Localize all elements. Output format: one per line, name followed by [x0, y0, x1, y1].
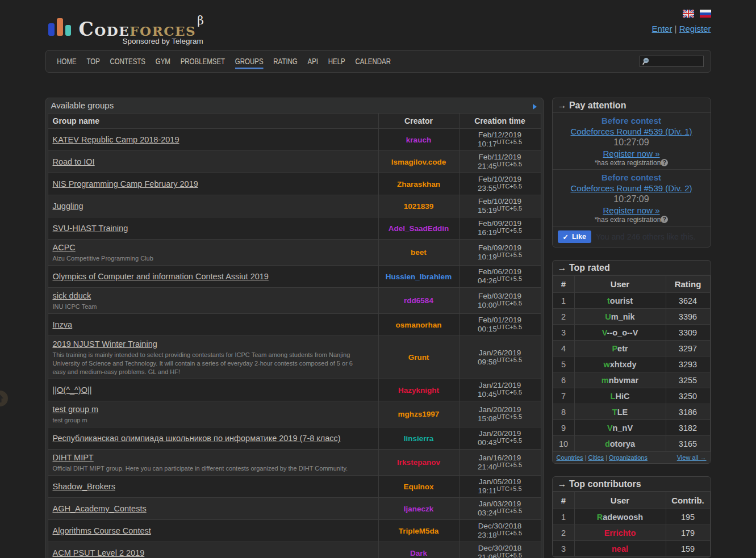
group-link[interactable]: SVU-HIAST Training — [53, 224, 128, 233]
question-badge-icon[interactable]: ? — [661, 216, 668, 223]
user-handle[interactable]: rdd6584 — [404, 296, 433, 305]
column-header-group-name: Group name — [48, 114, 378, 129]
top-contributors-title: → Top contributors — [553, 477, 711, 492]
user-handle[interactable]: Equinox — [403, 483, 433, 491]
group-link[interactable]: ACM PSUT Level 2 2019 — [53, 548, 145, 557]
group-link[interactable]: Algorithms Course Contest — [53, 526, 151, 535]
footer-link-countries[interactable]: Countries — [557, 454, 583, 461]
user-handle[interactable]: Radewoosh — [597, 513, 643, 522]
value-cell: 3165 — [666, 436, 710, 452]
caption-arrow-icon[interactable] — [533, 104, 537, 110]
like-check-icon: ✓ — [563, 233, 569, 241]
menu-item-top[interactable]: TOP — [86, 56, 99, 68]
page-header: Codeforcesβ Sponsored by Telegram — [45, 0, 711, 50]
menu-item-rating[interactable]: RATING — [273, 56, 297, 68]
utc-offset: UTC+5.5 — [497, 275, 522, 282]
group-name-cell: ||O(^_^)O|| — [48, 379, 378, 401]
rating-row: 7LHiC3250 — [553, 388, 710, 404]
user-handle[interactable]: linsierra — [404, 434, 434, 443]
menu-item-home[interactable]: HOME — [57, 56, 76, 68]
user-handle[interactable]: Hazyknight — [398, 386, 439, 395]
user-handle[interactable]: Dark — [410, 549, 427, 557]
value-cell: 3297 — [666, 341, 710, 356]
group-link[interactable]: KATEV Republic Camp 2018-2019 — [53, 135, 179, 144]
group-link[interactable]: AGH_Academy_Contests — [53, 504, 147, 513]
user-cell: dotorya — [574, 436, 666, 452]
menu-item-help[interactable]: HELP — [328, 56, 345, 68]
menu-item-contests[interactable]: CONTESTS — [110, 56, 145, 68]
scroll-to-top-button[interactable] — [0, 391, 8, 406]
utc-offset: UTC+5.5 — [497, 461, 522, 468]
menu-item-gym[interactable]: GYM — [155, 56, 170, 68]
group-link[interactable]: DIHT MIPT — [53, 453, 94, 462]
group-link[interactable]: ||O(^_^)O|| — [53, 385, 92, 395]
question-badge-icon[interactable]: ? — [661, 159, 668, 166]
user-handle[interactable]: dotorya — [605, 439, 635, 448]
search-input[interactable] — [652, 57, 701, 65]
flag-ru-icon[interactable] — [700, 10, 711, 18]
group-link[interactable]: 2019 NJUST Winter Training — [53, 339, 157, 349]
rating-row: 5wxhtxdy3293 — [553, 356, 710, 372]
contest-link[interactable]: Codeforces Round #539 (Div. 1) — [571, 127, 692, 136]
user-handle[interactable]: Hussien_Ibrahiem — [386, 272, 452, 281]
enter-link[interactable]: Enter — [652, 24, 673, 33]
user-handle[interactable]: mnbvmar — [602, 376, 638, 385]
rank-cell: 4 — [553, 341, 574, 356]
value-cell: 3182 — [666, 420, 710, 436]
user-handle[interactable]: beet — [411, 248, 427, 257]
group-row: KATEV Republic Camp 2018-2019krauchFeb/1… — [48, 129, 541, 151]
menu-item-api[interactable]: API — [307, 56, 318, 68]
user-handle[interactable]: Zharaskhan — [397, 180, 440, 188]
user-handle[interactable]: TLE — [612, 408, 628, 417]
user-handle[interactable]: Vn_nV — [607, 423, 633, 433]
codeforces-logo[interactable]: Codeforcesβ Sponsored by Telegram — [45, 12, 204, 45]
user-handle[interactable]: V--o_o--V — [602, 328, 638, 337]
group-link[interactable]: Road to IOI — [53, 157, 95, 166]
flag-en-icon[interactable] — [683, 10, 694, 18]
menu-item-problemset[interactable]: PROBLEMSET — [180, 56, 224, 68]
group-description: Official DIHT MIPT group. Here you can p… — [53, 464, 366, 473]
group-link[interactable]: Olympics of Computer and information Con… — [53, 272, 269, 281]
creation-time: Feb/03/201910:00UTC+5.5 — [459, 288, 541, 314]
menu-item-groups[interactable]: GROUPS — [235, 56, 263, 69]
value-cell: 3293 — [666, 356, 710, 372]
group-link[interactable]: sick dduck — [53, 291, 91, 300]
user-handle[interactable]: 1021839 — [404, 202, 434, 211]
footer-link-organizations[interactable]: Organizations — [609, 454, 648, 461]
user-handle[interactable]: Ijaneczk — [404, 505, 434, 513]
user-handle[interactable]: wxhtxdy — [603, 360, 636, 369]
user-handle[interactable]: TripleM5da — [399, 527, 439, 535]
user-handle[interactable]: Errichto — [604, 528, 636, 538]
contest-link[interactable]: Codeforces Round #539 (Div. 2) — [571, 183, 692, 193]
group-link[interactable]: ACPC — [53, 243, 76, 252]
user-handle[interactable]: krauch — [406, 136, 431, 144]
group-name-cell: ACPCAizu Competitive Programming Club — [48, 240, 378, 266]
register-now-link[interactable]: Register now » — [603, 205, 659, 215]
user-handle[interactable]: neal — [612, 544, 628, 553]
user-handle[interactable]: osmanorhan — [395, 321, 441, 329]
user-handle[interactable]: Irkstepanov — [397, 458, 440, 467]
user-handle[interactable]: Adel_SaadEddin — [389, 224, 449, 233]
utc-offset: UTC+5.5 — [497, 300, 522, 307]
group-link[interactable]: Shadow_Brokers — [53, 482, 115, 491]
user-handle[interactable]: tourist — [607, 296, 633, 305]
group-link[interactable]: test group m — [53, 405, 99, 414]
user-cell: tourist — [574, 293, 666, 309]
footer-link-cities[interactable]: Cities — [588, 454, 604, 461]
group-link[interactable]: Inzva — [53, 320, 73, 329]
group-link[interactable]: Juggling — [53, 202, 83, 211]
menu-item-calendar[interactable]: CALENDAR — [355, 56, 390, 68]
register-now-link[interactable]: Register now » — [603, 149, 659, 158]
like-button[interactable]: ✓Like — [558, 230, 592, 243]
group-link[interactable]: Республиканская олимпиада школьников по … — [53, 434, 341, 443]
group-link[interactable]: NIS Programming Camp February 2019 — [53, 179, 198, 188]
view-all-link[interactable]: View all → — [677, 454, 707, 461]
register-link[interactable]: Register — [679, 24, 711, 33]
group-row: ||O(^_^)O||HazyknightJan/21/201910:45UTC… — [48, 379, 541, 401]
user-handle[interactable]: Petr — [612, 344, 628, 353]
user-handle[interactable]: Um_nik — [605, 312, 634, 321]
user-handle[interactable]: LHiC — [611, 392, 630, 401]
user-handle[interactable]: mghzs1997 — [398, 410, 440, 418]
user-handle[interactable]: Ismagilov.code — [391, 158, 446, 166]
user-handle[interactable]: Grunt — [408, 353, 429, 362]
